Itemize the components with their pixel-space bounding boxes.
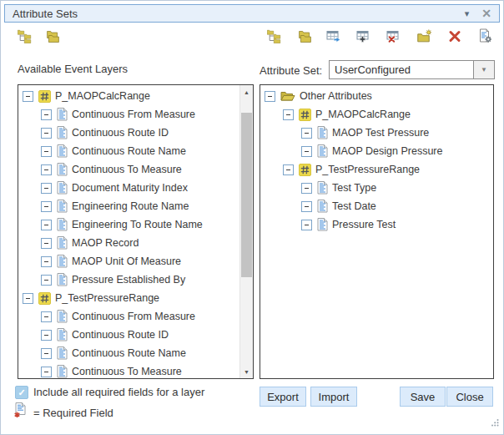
table-delete-icon [386,29,402,47]
tree-row[interactable]: MAOP Test Pressure [260,124,493,142]
expander-minus-icon[interactable] [41,275,52,286]
folder-tree-button[interactable] [17,30,33,46]
vertical-scrollbar[interactable]: ▲ ▼ [239,85,253,378]
expander-minus-icon[interactable] [41,183,52,194]
resize-grip[interactable] [491,415,499,430]
available-event-layers-label: Available Event Layers [18,63,128,75]
field-icon [317,218,328,231]
expander-minus-icon[interactable] [41,109,52,120]
tree-item-label: Continuous From Measure [72,109,195,120]
tree-item-label: MAOP Record [72,237,139,249]
tree-item-label: P_MAOPCalcRange [315,109,411,120]
tree-item-label: Continuous To Measure [72,366,182,377]
attribute-set-label: Attribute Set: [260,64,322,77]
table-delete-button[interactable] [386,30,402,46]
folder-icon [280,90,295,102]
tree-row[interactable]: Pressure Test [260,215,493,234]
expander-minus-icon[interactable] [283,164,294,175]
folders-button[interactable] [296,30,312,46]
scroll-up-icon[interactable]: ▲ [240,86,253,98]
folder-new-button[interactable] [416,30,432,46]
export-button[interactable]: Export [260,387,306,407]
expander-minus-icon[interactable] [301,146,312,157]
tree-item-label: Continuous From Measure [72,311,195,322]
expander-minus-icon[interactable] [283,109,294,120]
expander-minus-icon[interactable] [41,164,52,175]
scroll-down-icon[interactable]: ▼ [240,366,253,377]
page-gear-button[interactable] [476,30,492,46]
field-icon [317,200,328,213]
tree-item-label: Continuous Route ID [72,127,169,139]
folders-icon [297,29,312,47]
tree-row[interactable]: Test Type [260,179,493,197]
expander-minus-icon[interactable] [41,256,52,267]
tree-row[interactable]: Engineering To Route Name [18,215,239,234]
include-required-checkbox[interactable]: ✓ [15,386,28,399]
tree-row[interactable]: Test Date [260,197,493,215]
include-required-label: Include all required fields for a layer [33,386,204,398]
tree-row[interactable]: Engineering Route Name [18,197,239,215]
tree-row[interactable]: P_MAOPCalcRange [18,87,239,105]
tree-row[interactable]: Pressure Established By [18,271,239,289]
tree-row[interactable]: Continuous Route ID [18,124,239,142]
table-add-button[interactable] [356,30,372,46]
toolbar-left-group [17,28,60,47]
expander-minus-icon[interactable] [23,91,33,102]
expander-minus-icon[interactable] [41,311,52,322]
expander-minus-icon[interactable] [41,238,52,249]
expander-minus-icon[interactable] [41,220,52,230]
folder-new-icon [417,29,432,47]
tree-row[interactable]: P_TestPressureRange [18,289,239,307]
field-icon [57,200,68,213]
tree-row[interactable]: Continuous Route Name [18,344,239,362]
tree-row[interactable]: MAOP Design Pressure [260,142,493,160]
tree-row[interactable]: P_TestPressureRange [260,160,493,179]
import-button[interactable]: Import [310,387,357,407]
tree-row[interactable]: P_MAOPCalcRange [260,105,493,124]
expander-minus-icon[interactable] [41,201,52,212]
close-button[interactable]: Close [446,387,493,407]
tree-row[interactable]: Continuous Route ID [18,326,239,344]
dropdown-caret-icon[interactable]: ▼ [473,61,494,78]
expander-minus-icon[interactable] [41,348,52,359]
tree-row[interactable]: Continuous From Measure [18,105,239,124]
expander-minus-icon[interactable] [265,91,275,102]
tree-row[interactable]: Continuous To Measure [18,160,239,179]
tree-row[interactable]: MAOP Record [18,234,239,252]
attribute-set-dropdown[interactable]: UserConfigured ▼ [329,60,495,79]
scrollbar-thumb[interactable] [241,113,252,277]
tree-row[interactable]: Continuous To Measure [18,362,239,378]
expander-minus-icon[interactable] [23,293,33,304]
field-icon [57,108,68,121]
tree-row[interactable]: MAOP Unit Of Measure [18,252,239,271]
table-export-button[interactable] [326,30,342,46]
tree-row[interactable]: Other Attributes [260,87,493,105]
field-icon [57,310,68,323]
toolbar-right-group [266,28,492,47]
folders-button[interactable] [44,30,60,46]
delete-x-button[interactable] [446,30,462,46]
layer-icon [299,109,311,121]
collapse-caret-icon[interactable]: ▾ [465,9,470,18]
tree-item-label: Continuous To Measure [72,164,182,175]
expander-minus-icon[interactable] [301,201,312,212]
expander-minus-icon[interactable] [301,183,312,194]
field-icon [57,126,68,139]
tree-row[interactable]: Document Maturity Index [18,179,239,197]
table-add-icon [356,29,372,47]
expander-minus-icon[interactable] [41,367,52,377]
tree-item-label: Test Type [332,182,376,194]
attribute-set-panel: Other AttributesP_MAOPCalcRangeMAOP Test… [260,84,494,379]
expander-minus-icon[interactable] [41,330,52,341]
expander-minus-icon[interactable] [301,128,312,139]
field-icon [57,255,68,268]
tree-row[interactable]: Continuous From Measure [18,307,239,326]
tree-item-label: P_TestPressureRange [315,164,420,175]
folder-tree-button[interactable] [266,30,282,46]
expander-minus-icon[interactable] [41,128,52,139]
expander-minus-icon[interactable] [301,220,312,230]
close-icon[interactable]: ✕ [481,8,491,19]
tree-row[interactable]: Continuous Route Name [18,142,239,160]
save-button[interactable]: Save [400,387,446,407]
expander-minus-icon[interactable] [41,146,52,157]
